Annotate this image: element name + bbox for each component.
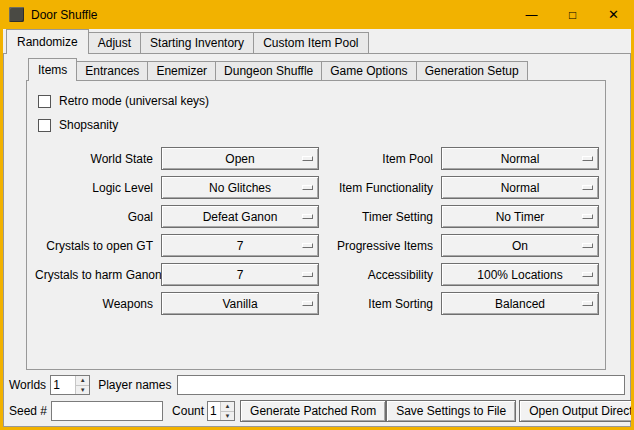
progressive-items-dropdown[interactable]: On <box>441 234 599 257</box>
item-pool-label: Item Pool <box>327 152 433 166</box>
minimize-icon: — <box>526 8 538 22</box>
tab-starting-inventory[interactable]: Starting Inventory <box>140 32 254 53</box>
logic-level-dropdown[interactable]: No Glitches <box>161 176 319 199</box>
dropdown-indicator-icon <box>582 301 593 306</box>
count-spin-up-button[interactable]: ▲ <box>221 402 234 412</box>
dropdown-indicator-icon <box>582 243 593 248</box>
goal-dropdown[interactable]: Defeat Ganon <box>161 205 319 228</box>
worlds-label: Worlds <box>9 378 46 392</box>
worlds-spin-down-button[interactable]: ▼ <box>76 386 89 395</box>
seed-input[interactable] <box>51 401 163 421</box>
tab-items[interactable]: Items <box>28 58 77 81</box>
tab-custom-item-pool[interactable]: Custom Item Pool <box>253 32 368 53</box>
tab-game-options[interactable]: Game Options <box>321 61 416 80</box>
multiworld-row: Worlds ▲ ▼ Player names <box>9 374 625 396</box>
item-sorting-label: Item Sorting <box>327 297 433 311</box>
world-state-label: World State <box>35 152 153 166</box>
tab-generation-setup[interactable]: Generation Setup <box>416 61 528 80</box>
crystals-gt-label: Crystals to open GT <box>35 239 153 253</box>
logic-level-label: Logic Level <box>35 181 153 195</box>
sub-notebook: Items Entrances Enemizer Dungeon Shuffle… <box>26 58 606 370</box>
count-spinbox: ▲ ▼ <box>207 401 235 421</box>
main-tabbar: Randomize Adjust Starting Inventory Cust… <box>3 29 631 53</box>
weapons-label: Weapons <box>35 297 153 311</box>
generate-row: Seed # Count ▲ ▼ Generate Patched Rom Sa… <box>9 400 625 422</box>
arrow-up-icon: ▲ <box>225 403 231 409</box>
crystals-ganon-label: Crystals to harm Ganon <box>35 268 153 282</box>
checkbox-icon <box>38 95 51 108</box>
arrow-down-icon: ▼ <box>225 413 231 419</box>
accessibility-label: Accessibility <box>327 268 433 282</box>
dropdown-indicator-icon <box>302 214 313 219</box>
maximize-button[interactable]: □ <box>552 0 593 29</box>
dropdown-indicator-icon <box>302 301 313 306</box>
save-settings-button[interactable]: Save Settings to File <box>386 400 516 422</box>
worlds-spinbox: ▲ ▼ <box>50 375 90 395</box>
accessibility-dropdown[interactable]: 100% Locations <box>441 263 599 286</box>
close-button[interactable]: ✕ <box>593 0 634 29</box>
randomize-pane: Items Entrances Enemizer Dungeon Shuffle… <box>3 53 631 427</box>
dropdown-indicator-icon <box>582 156 593 161</box>
item-functionality-label: Item Functionality <box>327 181 433 195</box>
dropdown-indicator-icon <box>582 272 593 277</box>
item-functionality-dropdown[interactable]: Normal <box>441 176 599 199</box>
count-label: Count <box>172 404 204 418</box>
shopsanity-label: Shopsanity <box>59 118 118 132</box>
dropdown-indicator-icon <box>302 272 313 277</box>
retro-mode-checkbox[interactable]: Retro mode (universal keys) <box>38 89 597 113</box>
worlds-input[interactable] <box>51 376 75 394</box>
window-content: Randomize Adjust Starting Inventory Cust… <box>0 29 634 430</box>
titlebar: Door Shuffle — □ ✕ <box>0 0 634 29</box>
dropdown-indicator-icon <box>302 243 313 248</box>
arrow-down-icon: ▼ <box>80 387 86 393</box>
generate-patched-rom-button[interactable]: Generate Patched Rom <box>240 400 386 422</box>
dropdown-indicator-icon <box>302 185 313 190</box>
window-controls: — □ ✕ <box>511 0 634 29</box>
maximize-icon: □ <box>569 8 576 22</box>
sub-tabbar: Items Entrances Enemizer Dungeon Shuffle… <box>26 58 606 80</box>
weapons-dropdown[interactable]: Vanilla <box>161 292 319 315</box>
arrow-up-icon: ▲ <box>80 377 86 383</box>
goal-label: Goal <box>35 210 153 224</box>
player-names-label: Player names <box>98 378 171 392</box>
tab-adjust[interactable]: Adjust <box>88 32 141 53</box>
dropdown-indicator-icon <box>582 214 593 219</box>
open-output-directory-button[interactable]: Open Output Directory <box>519 400 634 422</box>
crystals-ganon-dropdown[interactable]: 7 <box>161 263 319 286</box>
worlds-spin-up-button[interactable]: ▲ <box>76 376 89 386</box>
timer-setting-dropdown[interactable]: No Timer <box>441 205 599 228</box>
crystals-gt-dropdown[interactable]: 7 <box>161 234 319 257</box>
timer-setting-label: Timer Setting <box>327 210 433 224</box>
player-names-input[interactable] <box>177 375 626 395</box>
shopsanity-checkbox[interactable]: Shopsanity <box>38 113 597 137</box>
app-icon <box>9 7 24 22</box>
dropdown-indicator-icon <box>582 185 593 190</box>
retro-mode-label: Retro mode (universal keys) <box>59 94 209 108</box>
checkbox-icon <box>38 119 51 132</box>
item-sorting-dropdown[interactable]: Balanced <box>441 292 599 315</box>
tab-randomize[interactable]: Randomize <box>6 29 89 54</box>
progressive-items-label: Progressive Items <box>327 239 433 253</box>
tab-dungeon-shuffle[interactable]: Dungeon Shuffle <box>215 61 322 80</box>
minimize-button[interactable]: — <box>511 0 552 29</box>
app-window: Door Shuffle — □ ✕ Randomize Adjust Star… <box>0 0 634 430</box>
items-pane: Retro mode (universal keys) Shopsanity W… <box>26 80 606 370</box>
settings-grid: World State Open Item Pool Normal Logic … <box>35 147 597 315</box>
tab-entrances[interactable]: Entrances <box>76 61 148 80</box>
tab-enemizer[interactable]: Enemizer <box>147 61 216 80</box>
world-state-dropdown[interactable]: Open <box>161 147 319 170</box>
close-icon: ✕ <box>608 7 619 22</box>
count-spin-down-button[interactable]: ▼ <box>221 412 234 421</box>
item-pool-dropdown[interactable]: Normal <box>441 147 599 170</box>
window-title: Door Shuffle <box>31 8 98 22</box>
dropdown-indicator-icon <box>302 156 313 161</box>
seed-label: Seed # <box>9 404 47 418</box>
count-input[interactable] <box>208 402 220 420</box>
